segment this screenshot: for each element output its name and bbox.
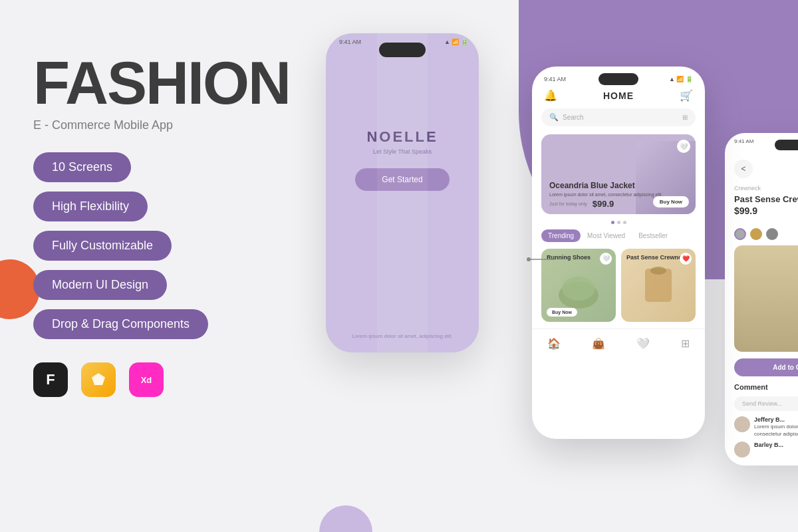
badge-screens: 10 Screens <box>33 152 131 182</box>
banner-title: Oceandria Blue Jacket <box>549 181 662 190</box>
stripe-3 <box>428 33 479 352</box>
badge-customizable: Fully Customizable <box>33 231 172 261</box>
tool-icons: F Xd <box>33 362 290 397</box>
dot-1 <box>611 221 614 224</box>
phone-1-time: 9:41 AM <box>339 39 361 45</box>
phone-2-search[interactable]: 🔍 Search ⊞ <box>541 108 696 126</box>
left-panel: FASHION E - Commerce Mobile App 10 Scree… <box>33 53 290 397</box>
stripe-1 <box>326 33 377 352</box>
phone-3-model-shape <box>734 245 798 352</box>
phone-1-stripes <box>326 33 479 352</box>
comment-content-1: Jeffery B... Lorem ipsum dolor sit amet,… <box>754 416 798 438</box>
comment-content-2: Barley B... <box>754 442 783 458</box>
comment-user-2: Barley B... <box>754 442 783 448</box>
comment-text-1: Lorem ipsum dolor sit amet, consectetur … <box>754 423 798 438</box>
tab-bestseller[interactable]: Bestseller <box>632 229 674 242</box>
xd-icon: Xd <box>129 362 164 397</box>
cart-icon: 🛒 <box>680 89 693 102</box>
badge-drag-drop: Drop & Drag Components <box>33 309 208 339</box>
search-icon: 🔍 <box>549 113 559 122</box>
banner-desc: Lorem ipsum dolor sit amet, consectetur … <box>549 192 662 197</box>
stripe-2 <box>377 33 428 352</box>
review-input[interactable]: Send Review... <box>734 396 798 411</box>
phone-1-footer: Lorem ipsum dolor sit amet, adipiscing e… <box>352 333 452 339</box>
badge-list: 10 Screens High Flexibility Fully Custom… <box>33 152 290 339</box>
swatch-dark[interactable] <box>766 228 778 240</box>
swatch-gray[interactable] <box>734 228 746 240</box>
banner-text: Oceandria Blue Jacket Lorem ipsum dolor … <box>541 176 670 214</box>
add-to-cart-button[interactable]: Add to Ca... <box>734 358 798 376</box>
bell-icon: 🔔 <box>544 89 557 102</box>
banner-heart-icon: 🤍 <box>677 140 690 153</box>
product-card-2: Past Sense Crewneck ❤️ <box>621 249 696 322</box>
phone-3-swatches <box>734 228 798 240</box>
nav-heart-icon[interactable]: 🤍 <box>636 337 650 350</box>
comment-avatar-2 <box>734 442 750 458</box>
dot-3 <box>623 221 626 224</box>
phone-3-mockup: 9:41 AM ▲ 📶 🔋 < Crewneck Past Sense Crew… <box>725 133 798 466</box>
badge-flexibility: High Flexibility <box>33 192 148 221</box>
nav-home-icon[interactable]: 🏠 <box>547 337 561 350</box>
search-placeholder-text: Search <box>563 114 584 121</box>
phone-2-status-icons: ▲ 📶 🔋 <box>669 76 693 82</box>
product-card-1: Running Shoes 🤍 Buy Now <box>541 249 616 322</box>
banner-price-label: Just for today only <box>549 201 587 206</box>
product-1-label: Running Shoes <box>547 254 591 261</box>
phone-1-mockup: 9:41 AM ▲ 📶 🔋 NOELLE Let Style That Spea… <box>326 33 479 352</box>
product-1-cta[interactable]: Buy Now <box>547 308 577 317</box>
phone-2-products: Running Shoes 🤍 Buy Now Past Sense Crewn… <box>532 249 705 322</box>
svg-point-6 <box>527 257 531 261</box>
subtitle: E - Commerce Mobile App <box>33 118 290 132</box>
nav-bag-icon[interactable]: 👜 <box>592 337 605 350</box>
phone-3-notch <box>775 140 798 150</box>
product-2-heart: ❤️ <box>680 253 692 265</box>
phone-3-product-image <box>734 245 798 352</box>
svg-point-2 <box>562 277 595 301</box>
nav-grid-icon[interactable]: ⊞ <box>681 337 690 350</box>
banner-price: $99.9 <box>593 199 614 209</box>
svg-point-4 <box>650 267 666 275</box>
phone-2-nav-title: HOME <box>603 90 634 101</box>
dot-2 <box>617 221 620 224</box>
phone-2-notch <box>598 73 638 85</box>
comment-avatar-1 <box>734 416 750 432</box>
main-title: FASHION <box>33 53 290 113</box>
comment-title: Comment <box>734 383 798 391</box>
comment-section: Comment Send Review... Jeffery B... Lore… <box>725 376 798 466</box>
back-button[interactable]: < <box>734 160 753 178</box>
comment-user-1: Jeffery B... <box>754 416 798 423</box>
swatch-gold[interactable] <box>750 228 762 240</box>
figma-icon: F <box>33 362 68 397</box>
bg-small-circle <box>319 505 372 532</box>
phone-2-nav: 🏠 👜 🤍 ⊞ <box>532 329 705 355</box>
phone-2-mockup: 9:41 AM ▲ 📶 🔋 🔔 HOME 🛒 🔍 Search ⊞ Oceand… <box>532 66 705 439</box>
phone-2-header: 🔔 HOME 🛒 <box>532 89 705 108</box>
banner-dots <box>532 221 705 224</box>
phone-1-notch <box>379 43 426 57</box>
phone-1-status-right: ▲ 📶 🔋 <box>444 39 468 45</box>
tab-most-viewed[interactable]: Most Viewed <box>581 229 632 242</box>
comment-item-2: Barley B... <box>734 442 798 458</box>
product-1-heart: 🤍 <box>600 253 612 265</box>
phone-2-time: 9:41 AM <box>544 76 566 82</box>
tab-trending[interactable]: Trending <box>541 229 581 242</box>
phone-2-tabs: Trending Most Viewed Bestseller <box>532 229 705 242</box>
svg-marker-0 <box>92 373 105 385</box>
comment-item-1: Jeffery B... Lorem ipsum dolor sit amet,… <box>734 416 798 438</box>
phone-3-time: 9:41 AM <box>734 138 753 144</box>
banner-price-row: Just for today only $99.9 <box>549 199 662 209</box>
phone-3-product-name: Past Sense Crewneck <box>734 194 798 205</box>
filter-icon: ⊞ <box>682 114 688 121</box>
badge-ui-design: Modern UI Design <box>33 270 167 300</box>
phone-3-price: $99.9 <box>734 205 798 216</box>
phone-2-banner: Oceandria Blue Jacket Lorem ipsum dolor … <box>541 134 696 214</box>
phone-3-category: Crewneck <box>734 185 798 192</box>
sketch-icon <box>81 362 116 397</box>
